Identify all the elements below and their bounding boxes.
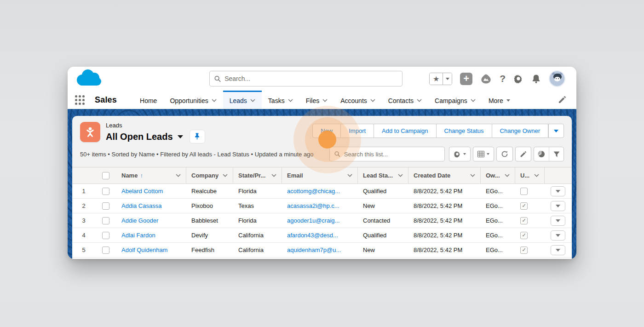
row-actions-button[interactable] [551,245,565,255]
list-search[interactable] [329,147,445,161]
created-date-cell: 8/8/2022, 5:42 PM [408,228,481,242]
tab-contacts[interactable]: Contacts [382,91,428,109]
row-checkbox[interactable] [102,188,109,195]
chevron-down-icon [176,174,181,177]
inline-edit-button[interactable] [515,147,531,161]
favorites-caret-button[interactable] [443,73,452,85]
app-launcher-icon[interactable] [75,95,85,105]
company-cell: Feedfish [186,243,233,257]
chevron-down-icon [398,174,403,177]
pin-list-button[interactable] [190,130,205,143]
new-button[interactable]: New [312,124,341,138]
chart-filter-group [534,147,564,161]
global-add-button[interactable]: + [460,73,472,85]
chevron-down-icon [347,174,352,177]
edit-navigation-pencil-icon[interactable] [558,91,566,109]
display-as-button[interactable] [473,147,494,161]
lead-name-link[interactable]: Abelard Cottom [121,188,163,195]
tab-files[interactable]: Files [299,91,334,109]
lead-name-link[interactable]: Adolf Quidenham [121,247,167,253]
chevron-down-icon [534,174,539,177]
entity-label: Leads [106,122,205,129]
chevron-down-icon [212,99,217,102]
tab-accounts[interactable]: Accounts [334,91,382,109]
email-link[interactable]: acottomg@chicag... [287,188,340,195]
pie-chart-icon [538,150,545,158]
unread-checkbox[interactable] [520,188,528,195]
row-checkbox[interactable] [102,217,109,224]
user-avatar[interactable] [549,70,565,87]
email-link[interactable]: afardon43@desd... [287,232,338,239]
filters-button[interactable] [549,147,564,161]
setup-gear-icon[interactable] [513,74,523,84]
row-checkbox[interactable] [102,232,109,239]
table-row: 1Abelard CottomRealcubeFloridaacottomg@c… [72,184,572,199]
tab-more[interactable]: More [482,91,517,109]
refresh-button[interactable] [496,147,513,161]
created-date-cell: 8/8/2022, 5:42 PM [408,213,481,228]
add-to-campaign-button[interactable]: Add to Campaign [374,124,436,138]
tab-tasks[interactable]: Tasks [262,91,299,109]
owner-alias-cell: EGo... [481,213,515,228]
row-actions-button[interactable] [551,230,565,241]
lead-status-cell: New [358,199,408,213]
list-settings-button[interactable] [449,147,471,161]
help-icon[interactable]: ? [500,73,506,84]
app-name: Sales [95,95,117,105]
charts-button[interactable] [534,147,549,161]
notifications-bell-icon[interactable] [531,74,541,84]
owner-alias-cell: EGo... [481,228,515,242]
list-view-selector-caret[interactable] [178,135,183,138]
company-cell: Babbleset [186,213,233,228]
caret-down-icon [556,249,560,252]
guidance-center-icon[interactable] [480,73,492,85]
favorite-star-button[interactable]: ★ [430,73,443,85]
column-header-u[interactable]: U... [515,167,545,184]
unread-checkbox[interactable] [520,247,528,254]
tab-opportunities[interactable]: Opportunities [163,91,223,109]
lead-name-link[interactable]: Adlai Fardon [121,232,155,239]
email-link[interactable]: aquidenham7p@u... [287,247,341,253]
column-header-email[interactable]: Email [282,167,358,184]
column-header-statepr[interactable]: State/Pr... [233,167,282,184]
tab-leads[interactable]: Leads [223,91,262,109]
change-status-button[interactable]: Change Status [437,124,492,138]
row-checkbox[interactable] [102,247,109,254]
lead-status-cell: Qualified [358,184,408,198]
global-search[interactable] [209,71,402,86]
unread-checkbox[interactable] [520,232,528,239]
more-actions-caret-button[interactable] [548,124,564,138]
column-header-company[interactable]: Company [186,167,233,184]
tab-home[interactable]: Home [133,91,163,109]
column-header-ow[interactable]: Ow... [481,167,515,184]
global-header: ★ + ? [68,67,576,91]
change-owner-button[interactable]: Change Owner [492,124,548,138]
owner-alias-cell: EGo... [481,199,515,213]
row-actions-button[interactable] [551,186,565,196]
email-link[interactable]: acasassa2i@hp.c... [287,202,339,209]
unread-checkbox[interactable] [520,217,528,224]
column-header-createddate[interactable]: Created Date [408,167,481,184]
chevron-down-icon [417,99,422,102]
list-search-input[interactable] [344,151,440,158]
row-actions-button[interactable] [551,216,565,226]
email-link[interactable]: agooder1u@craig... [287,217,339,224]
column-header-name[interactable]: Name↑ [116,167,186,184]
column-header-leadsta[interactable]: Lead Sta... [358,167,408,184]
row-number: 1 [72,184,95,198]
salesforce-window: ★ + ? [68,67,576,259]
table-header-row: Name↑CompanyState/Pr...EmailLead Sta...C… [72,167,572,184]
lead-name-link[interactable]: Addia Casassa [121,202,161,209]
chevron-down-icon [322,99,328,102]
tab-campaigns[interactable]: Campaigns [428,91,482,109]
select-all-checkbox[interactable] [95,167,116,184]
row-number-header [72,167,95,184]
unread-checkbox[interactable] [520,202,528,210]
global-search-input[interactable] [224,75,397,82]
lead-name-link[interactable]: Addie Gooder [121,217,158,224]
tab-label: Home [140,97,157,104]
import-button[interactable]: Import [341,124,374,138]
row-actions-button[interactable] [551,201,565,211]
row-checkbox[interactable] [102,202,109,210]
funnel-icon [553,151,560,157]
